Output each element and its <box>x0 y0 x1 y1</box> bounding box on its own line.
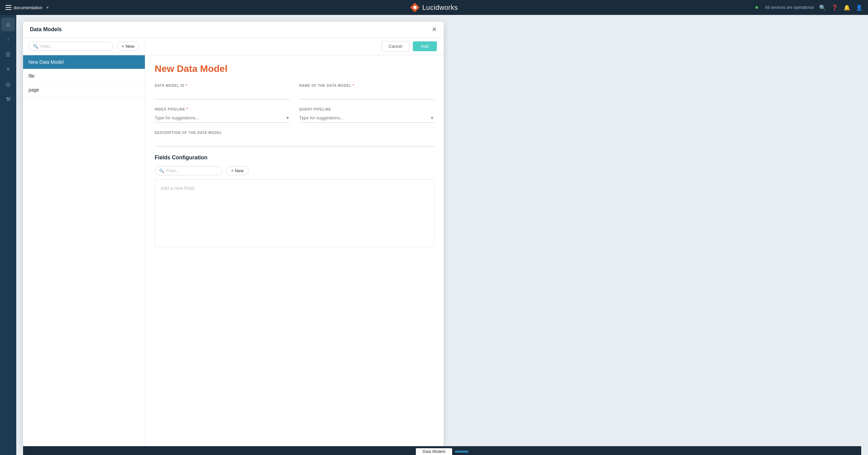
data-models-panel: Data Models ✕ 🔍 + New <box>23 22 444 446</box>
user-icon[interactable]: 👤 <box>856 4 863 11</box>
panel-body: 🔍 + New New Data Model file <box>23 38 444 446</box>
query-pipeline-label: QUERY PIPELINE <box>299 107 434 111</box>
new-button[interactable]: + New <box>117 42 139 51</box>
query-pipeline-select-wrap: ▼ <box>299 113 434 123</box>
action-bar: Cancel Add <box>145 38 444 55</box>
new-button-label: + New <box>122 44 134 49</box>
form-group-name: NAME OF THE DATA MODEL * <box>299 84 434 99</box>
search-icon: 🔍 <box>33 44 38 49</box>
required-star: * <box>187 107 188 111</box>
description-input[interactable] <box>155 137 434 146</box>
list-item-file[interactable]: file <box>23 69 145 83</box>
main-area: Data Models ✕ 🔍 + New <box>16 15 868 455</box>
fields-list-area: Add a new Field <box>155 179 434 247</box>
list-item-label: page <box>28 87 39 93</box>
left-sidebar: ⌂ ↑ ☰ ≡ ◎ ⚒ <box>0 15 16 455</box>
list-item-label: New Data Model <box>28 59 64 65</box>
list-toolbar: 🔍 + New <box>23 38 145 55</box>
index-pipeline-label: INDEX PIPELINE * <box>155 107 290 111</box>
top-navigation: documentation ▼ Lucidworks All services … <box>0 0 868 15</box>
right-form: Cancel Add New Data Model DATA MODE <box>145 38 444 446</box>
nav-right-actions: All services are operational 🔍 ❓ 🔔 👤 <box>755 4 863 11</box>
form-row-id-name: DATA MODEL ID * NAME OF THE DATA MODEL * <box>155 84 434 99</box>
add-label: Add <box>421 44 429 49</box>
index-pipeline-input[interactable] <box>155 113 290 123</box>
notifications-icon[interactable]: 🔔 <box>844 4 850 11</box>
data-model-name-input[interactable] <box>299 90 434 99</box>
fields-config-title: Fields Configuration <box>155 155 434 161</box>
sidebar-item-datasource[interactable]: ↑ <box>1 33 15 46</box>
main-layout: ⌂ ↑ ☰ ≡ ◎ ⚒ Data Models ✕ 🔍 <box>0 15 868 455</box>
add-field-placeholder: Add a new Field <box>160 185 194 191</box>
filter-input-wrap: 🔍 <box>28 42 113 51</box>
search-icon[interactable]: 🔍 <box>819 4 826 11</box>
filter-input[interactable] <box>40 44 109 49</box>
data-model-id-input[interactable] <box>155 90 290 99</box>
close-button[interactable]: ✕ <box>432 26 437 33</box>
app-name: documentation <box>14 5 42 10</box>
index-pipeline-select-wrap: ▼ <box>155 113 290 123</box>
bottom-tab-active[interactable] <box>455 451 468 453</box>
sidebar-item-globe[interactable]: ◎ <box>1 77 15 91</box>
status-text: All services are operational <box>765 5 814 10</box>
hamburger-icon <box>5 5 12 10</box>
fields-section: Fields Configuration 🔍 + New <box>155 155 434 247</box>
lucidworks-logo <box>410 3 420 12</box>
chevron-down-icon: ▼ <box>46 6 49 9</box>
sidebar-item-filter[interactable]: ≡ <box>1 62 15 76</box>
form-group-description: DESCRIPTION OF THE DATA MODEL <box>155 131 434 146</box>
left-list: 🔍 + New New Data Model file <box>23 38 145 446</box>
cancel-label: Cancel <box>388 44 402 49</box>
form-group-query-pipeline: QUERY PIPELINE ▼ <box>299 107 434 123</box>
form-row-pipelines: INDEX PIPELINE * ▼ QUERY PIPE <box>155 107 434 123</box>
description-label: DESCRIPTION OF THE DATA MODEL <box>155 131 434 135</box>
nav-app-label[interactable]: documentation ▼ <box>5 5 49 10</box>
sidebar-item-home[interactable]: ⌂ <box>1 18 15 31</box>
fields-toolbar: 🔍 + New <box>155 166 434 175</box>
form-page-title: New Data Model <box>155 63 434 74</box>
panel-header: Data Models ✕ <box>23 22 444 38</box>
help-icon[interactable]: ❓ <box>831 4 838 11</box>
list-item-new-data-model[interactable]: New Data Model <box>23 55 145 69</box>
data-model-id-label: DATA MODEL ID * <box>155 84 290 87</box>
panel-title: Data Models <box>30 26 62 33</box>
bottom-tab-label: Data Models <box>423 449 445 454</box>
fields-filter-input[interactable] <box>166 168 218 173</box>
sidebar-item-index[interactable]: ☰ <box>1 47 15 61</box>
list-items: New Data Model file page <box>23 55 145 446</box>
add-button[interactable]: Add <box>413 41 437 51</box>
form-content: New Data Model DATA MODEL ID * <box>145 55 444 446</box>
sidebar-item-tools[interactable]: ⚒ <box>1 92 15 106</box>
list-item-page[interactable]: page <box>23 83 145 97</box>
brand-name: Lucidworks <box>422 4 458 12</box>
brand-center: Lucidworks <box>410 3 458 12</box>
fields-new-button[interactable]: + New <box>226 166 249 175</box>
list-item-label: file <box>28 73 35 79</box>
query-pipeline-input[interactable] <box>299 113 434 123</box>
form-group-id: DATA MODEL ID * <box>155 84 290 99</box>
required-star: * <box>186 84 188 87</box>
search-icon: 🔍 <box>159 169 164 173</box>
bottom-tab-data-models[interactable]: Data Models <box>416 448 452 455</box>
required-star: * <box>353 84 354 87</box>
bottom-bar: Data Models <box>23 446 861 455</box>
form-row-description: DESCRIPTION OF THE DATA MODEL <box>155 131 434 146</box>
form-group-index-pipeline: INDEX PIPELINE * ▼ <box>155 107 290 123</box>
status-dot <box>755 6 758 9</box>
fields-new-label: + New <box>231 168 244 173</box>
name-label: NAME OF THE DATA MODEL * <box>299 84 434 87</box>
cancel-button[interactable]: Cancel <box>381 41 409 52</box>
fields-filter-wrap: 🔍 <box>155 166 223 175</box>
